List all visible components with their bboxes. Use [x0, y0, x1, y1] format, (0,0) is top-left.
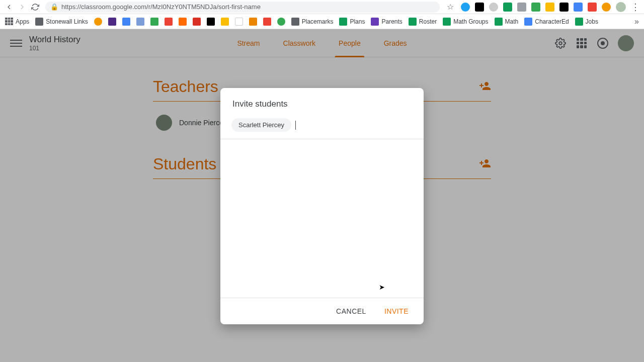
- bookmark-item[interactable]: Stonewall Links: [35, 18, 88, 26]
- dialog-title: Invite students: [220, 88, 424, 118]
- bookmark-item[interactable]: [207, 18, 215, 26]
- bookmark-item[interactable]: [165, 18, 173, 26]
- ext-icon[interactable]: [503, 3, 512, 12]
- bookmark-icon: [371, 18, 379, 26]
- chip-label: Scarlett Piercey: [238, 121, 284, 129]
- recipient-chip[interactable]: Scarlett Piercey: [231, 118, 291, 132]
- bookmark-item[interactable]: [122, 18, 130, 26]
- profile-avatar-icon[interactable]: [616, 2, 626, 12]
- bookmark-item[interactable]: [277, 18, 285, 26]
- bookmark-item[interactable]: CharacterEd: [524, 18, 569, 26]
- bookmark-icon: [193, 18, 201, 26]
- bookmark-icon: [207, 18, 215, 26]
- bookmark-icon: [495, 18, 503, 26]
- bookmark-icon: [524, 18, 532, 26]
- ext-icon[interactable]: [574, 3, 583, 12]
- bookmark-icon: [150, 18, 158, 26]
- bookmark-icon: [575, 18, 583, 26]
- invite-button[interactable]: INVITE: [380, 305, 413, 317]
- bookmark-icon: [409, 18, 417, 26]
- bookmark-label: Roster: [419, 18, 437, 25]
- bookmark-label: Math Groups: [453, 18, 488, 25]
- ext-icon[interactable]: [461, 3, 470, 12]
- bookmarks-bar: Apps Stonewall Links Placemarks Plans Pa…: [0, 14, 644, 29]
- apps-button[interactable]: Apps: [5, 18, 29, 26]
- ext-icon[interactable]: [545, 3, 554, 12]
- ext-icon[interactable]: [531, 3, 540, 12]
- url-text: https://classroom.google.com/r/MzI0NzY0N…: [61, 3, 261, 11]
- bookmark-icon: [263, 18, 271, 26]
- bookmark-item[interactable]: [136, 18, 144, 26]
- bookmark-icon: [221, 18, 229, 26]
- forward-icon[interactable]: [17, 2, 27, 12]
- bookmark-item[interactable]: [150, 18, 158, 26]
- bookmark-label: Math: [505, 18, 519, 25]
- dialog-footer: CANCEL INVITE: [220, 298, 424, 324]
- ext-icon[interactable]: [489, 3, 498, 12]
- bookmark-item[interactable]: Parents: [371, 18, 402, 26]
- star-icon[interactable]: ☆: [447, 2, 454, 12]
- ext-icon[interactable]: [602, 3, 611, 12]
- bookmark-item[interactable]: Placemarks: [291, 18, 334, 26]
- ext-icon[interactable]: [559, 3, 569, 12]
- ext-icon[interactable]: [475, 3, 484, 12]
- bookmark-item[interactable]: [249, 18, 257, 26]
- apps-icon: [5, 18, 13, 26]
- text-cursor: [295, 121, 296, 130]
- bookmark-item[interactable]: Math: [495, 18, 519, 26]
- bookmark-item[interactable]: Math Groups: [443, 18, 488, 26]
- back-icon[interactable]: [4, 2, 14, 12]
- bookmark-label: Plans: [350, 18, 365, 25]
- bookmark-icon: [249, 18, 257, 26]
- more-icon[interactable]: ⋮: [631, 2, 640, 13]
- extension-icons: ⋮: [457, 2, 640, 13]
- bookmark-item[interactable]: [221, 18, 229, 26]
- bookmark-label: Stonewall Links: [46, 18, 88, 25]
- bookmark-icon: [339, 18, 347, 26]
- bookmark-item[interactable]: [108, 18, 116, 26]
- bookmark-item[interactable]: [263, 18, 271, 26]
- bookmark-item[interactable]: Jobs: [575, 18, 598, 26]
- bookmark-item[interactable]: [235, 18, 243, 26]
- cancel-button[interactable]: CANCEL: [332, 305, 370, 317]
- bookmark-label: Parents: [381, 18, 402, 25]
- bookmark-icon: [108, 18, 116, 26]
- bookmark-item[interactable]: [193, 18, 201, 26]
- bookmark-icon: [165, 18, 173, 26]
- bookmark-icon: [35, 18, 43, 26]
- ext-icon[interactable]: [517, 3, 526, 12]
- ext-icon[interactable]: [588, 3, 597, 12]
- bookmark-icon: [94, 18, 102, 26]
- bookmark-icon: [122, 18, 130, 26]
- bookmark-label: Jobs: [586, 18, 598, 25]
- button-label: INVITE: [384, 307, 409, 315]
- bookmark-item[interactable]: [179, 18, 187, 26]
- button-label: CANCEL: [336, 307, 366, 315]
- bookmark-item[interactable]: [94, 18, 102, 26]
- recipient-input-row[interactable]: Scarlett Piercey: [220, 118, 424, 139]
- bookmarks-more-icon[interactable]: »: [634, 17, 639, 26]
- invite-students-dialog: Invite students Scarlett Piercey CANCEL …: [220, 88, 424, 324]
- reload-icon[interactable]: [30, 2, 40, 12]
- bookmark-label: Placemarks: [302, 18, 334, 25]
- bookmark-icon: [443, 18, 451, 26]
- bookmark-icon: [291, 18, 299, 26]
- bookmark-item[interactable]: Roster: [409, 18, 437, 26]
- bookmark-icon: [179, 18, 187, 26]
- bookmark-label: CharacterEd: [535, 18, 569, 25]
- bookmark-label: Apps: [16, 18, 29, 25]
- bookmark-icon: [277, 18, 285, 26]
- browser-nav-bar: 🔒 https://classroom.google.com/r/MzI0NzY…: [0, 0, 644, 14]
- bookmark-item[interactable]: Plans: [339, 18, 365, 26]
- bookmark-icon: [136, 18, 144, 26]
- bookmark-icon: [235, 18, 243, 26]
- mouse-cursor-icon: ➤: [379, 283, 385, 291]
- url-bar[interactable]: 🔒 https://classroom.google.com/r/MzI0NzY…: [45, 2, 440, 13]
- lock-icon: 🔒: [50, 3, 58, 11]
- dialog-body: [220, 139, 424, 298]
